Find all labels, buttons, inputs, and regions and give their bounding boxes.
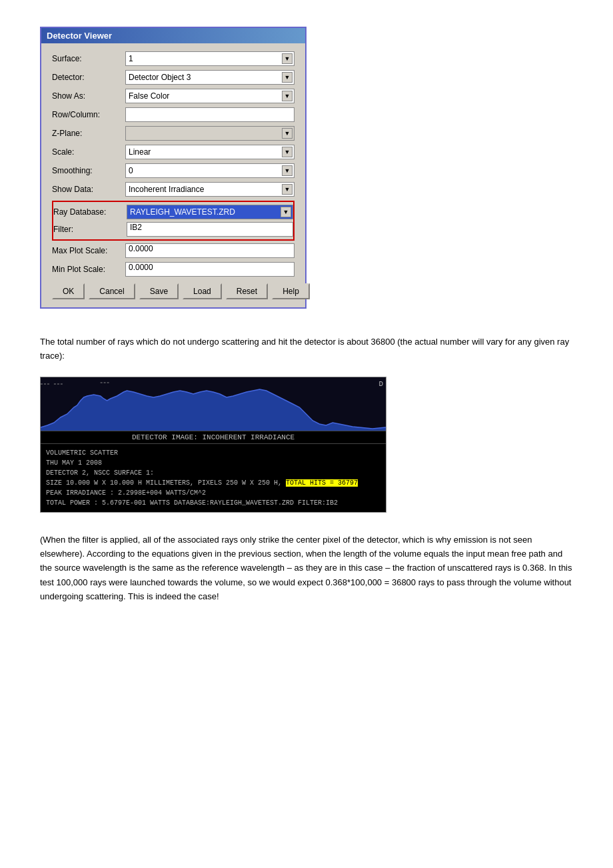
- surface-select[interactable]: 1 ▼: [125, 51, 295, 66]
- ok-button[interactable]: OK: [52, 283, 85, 299]
- info-line-4: PEAK IRRADIANCE : 2.2998E+004 WATTS/CM^2: [46, 488, 380, 498]
- scale-label: Scale:: [52, 147, 125, 157]
- highlight-section: Ray Database: RAYLEIGH_WAVETEST.ZRD ▼ Fi…: [52, 201, 295, 241]
- filter-control: IB2: [127, 222, 293, 237]
- scale-value: Linear: [129, 147, 291, 157]
- total-hits-highlight: TOTAL HITS = 36797: [286, 479, 358, 487]
- show-data-select[interactable]: Incoherent Irradiance ▼: [125, 182, 295, 197]
- max-plot-value: 0.0000: [129, 244, 153, 253]
- detector-image-panel: D DETECTOR IMAGE: INCOHERENT IRRADIANCE …: [40, 377, 386, 513]
- surface-dropdown-arrow[interactable]: ▼: [282, 53, 293, 64]
- load-button[interactable]: Load: [183, 283, 222, 299]
- min-plot-control: 0.0000: [125, 262, 295, 277]
- filter-row: Filter: IB2: [53, 222, 293, 237]
- show-data-label: Show Data:: [52, 185, 125, 194]
- body-text-2: (When the filter is applied, all of the …: [40, 533, 573, 604]
- z-plane-select[interactable]: ▼: [125, 126, 295, 141]
- row-column-row: Row/Column:: [52, 107, 295, 122]
- d-marker: D: [378, 380, 383, 388]
- filter-input[interactable]: IB2: [127, 222, 293, 237]
- scale-select[interactable]: Linear ▼: [125, 145, 295, 159]
- detector-mountain-chart: [41, 377, 386, 431]
- z-plane-dropdown-arrow[interactable]: ▼: [282, 128, 293, 139]
- row-column-label: Row/Column:: [52, 110, 125, 119]
- show-data-row: Show Data: Incoherent Irradiance ▼: [52, 182, 295, 197]
- save-button[interactable]: Save: [139, 283, 179, 299]
- detector-select[interactable]: Detector Object 3 ▼: [125, 70, 295, 85]
- max-plot-row: Max Plot Scale: 0.0000: [52, 243, 295, 258]
- surface-label: Surface:: [52, 54, 125, 63]
- show-data-value: Incoherent Irradiance: [129, 185, 291, 194]
- dialog-titlebar: Detector Viewer: [41, 28, 305, 43]
- smoothing-row: Smoothing: 0 ▼: [52, 163, 295, 178]
- detector-value: Detector Object 3: [129, 73, 291, 82]
- surface-value: 1: [129, 54, 291, 63]
- z-plane-control: ▼: [125, 126, 295, 141]
- scale-dropdown-arrow[interactable]: ▼: [282, 147, 293, 157]
- detector-viewer-dialog: Detector Viewer Surface: 1 ▼ Detector: D…: [40, 27, 306, 309]
- detector-control: Detector Object 3 ▼: [125, 70, 295, 85]
- cancel-button[interactable]: Cancel: [89, 283, 135, 299]
- smoothing-select[interactable]: 0 ▼: [125, 163, 295, 178]
- min-plot-row: Min Plot Scale: 0.0000: [52, 262, 295, 277]
- detector-label: Detector:: [52, 73, 125, 82]
- reset-button[interactable]: Reset: [226, 283, 268, 299]
- min-plot-input[interactable]: 0.0000: [125, 262, 295, 277]
- ray-database-dropdown-arrow[interactable]: ▼: [281, 207, 291, 217]
- z-plane-label: Z-Plane:: [52, 129, 125, 138]
- min-plot-value: 0.0000: [129, 263, 153, 272]
- detector-row: Detector: Detector Object 3 ▼: [52, 70, 295, 85]
- scale-row: Scale: Linear ▼: [52, 145, 295, 159]
- show-as-dropdown-arrow[interactable]: ▼: [282, 91, 293, 101]
- row-column-control: [125, 107, 295, 122]
- show-data-dropdown-arrow[interactable]: ▼: [282, 184, 293, 195]
- ray-database-value: RAYLEIGH_WAVETEST.ZRD: [130, 207, 290, 217]
- surface-row: Surface: 1 ▼: [52, 51, 295, 66]
- scale-control: Linear ▼: [125, 145, 295, 159]
- dialog-buttons: OK Cancel Save Load Reset Help: [52, 283, 295, 299]
- help-button[interactable]: Help: [272, 283, 310, 299]
- show-as-control: False Color ▼: [125, 89, 295, 103]
- ray-database-row: Ray Database: RAYLEIGH_WAVETEST.ZRD ▼: [53, 205, 293, 219]
- max-plot-control: 0.0000: [125, 243, 295, 258]
- show-as-label: Show As:: [52, 91, 125, 101]
- show-data-control: Incoherent Irradiance ▼: [125, 182, 295, 197]
- ray-database-select[interactable]: RAYLEIGH_WAVETEST.ZRD ▼: [127, 205, 293, 219]
- show-as-select[interactable]: False Color ▼: [125, 89, 295, 103]
- smoothing-dropdown-arrow[interactable]: ▼: [282, 165, 293, 176]
- surface-control: 1 ▼: [125, 51, 295, 66]
- smoothing-control: 0 ▼: [125, 163, 295, 178]
- info-line-1: THU MAY 1 2008: [46, 458, 380, 468]
- show-as-row: Show As: False Color ▼: [52, 89, 295, 103]
- row-column-input[interactable]: [125, 107, 295, 122]
- ray-database-label: Ray Database:: [53, 207, 127, 217]
- show-as-value: False Color: [129, 91, 291, 101]
- body-text-2-paragraph: (When the filter is applied, all of the …: [40, 533, 573, 604]
- dialog-title: Detector Viewer: [47, 31, 112, 41]
- filter-value: IB2: [130, 223, 142, 232]
- detector-image-info: VOLUMETRIC SCATTER THU MAY 1 2008 DETECT…: [41, 444, 386, 512]
- body-text-1: The total number of rays which do not un…: [40, 335, 573, 363]
- smoothing-label: Smoothing:: [52, 166, 125, 175]
- detector-image-title: DETECTOR IMAGE: INCOHERENT IRRADIANCE: [41, 431, 386, 444]
- info-line-5: TOTAL POWER : 5.6797E-001 WATTS DATABASE…: [46, 498, 380, 508]
- smoothing-value: 0: [129, 166, 291, 175]
- min-plot-label: Min Plot Scale:: [52, 265, 125, 274]
- info-line-2: DETECTOR 2, NSCC SURFACE 1:: [46, 468, 380, 478]
- filter-label: Filter:: [53, 225, 127, 234]
- z-plane-row: Z-Plane: ▼: [52, 126, 295, 141]
- info-line-3: SIZE 10.000 W X 10.000 H MILLIMETERS, PI…: [46, 478, 380, 488]
- detector-image-visual: D: [41, 377, 386, 431]
- ray-database-control: RAYLEIGH_WAVETEST.ZRD ▼: [127, 205, 293, 219]
- info-line-0: VOLUMETRIC SCATTER: [46, 448, 380, 458]
- max-plot-input[interactable]: 0.0000: [125, 243, 295, 258]
- detector-dropdown-arrow[interactable]: ▼: [282, 72, 293, 83]
- body-text-1-paragraph: The total number of rays which do not un…: [40, 335, 573, 363]
- max-plot-label: Max Plot Scale:: [52, 246, 125, 255]
